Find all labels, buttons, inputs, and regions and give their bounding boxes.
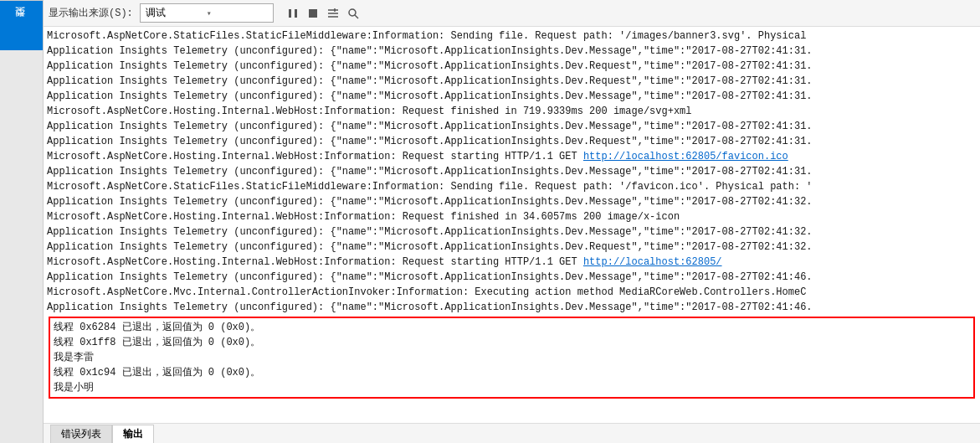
sidebar-item-type[interactable]: 类型 <box>0 0 43 50</box>
tab-output[interactable]: 输出 <box>112 425 154 443</box>
dropdown-arrow: ▾ <box>207 8 268 18</box>
red-box-line: 线程 0x6284 已退出，返回值为 0 (0x0)。 <box>54 320 970 335</box>
sidebar: 类型 <box>0 0 44 443</box>
log-line: Application Insights Telemetry (unconfig… <box>47 300 977 315</box>
svg-rect-1 <box>295 9 297 18</box>
log-line: Application Insights Telemetry (unconfig… <box>47 270 977 285</box>
red-box-section: 线程 0x6284 已退出，返回值为 0 (0x0)。 线程 0x1ff8 已退… <box>49 317 975 399</box>
toolbar-icons <box>284 4 362 23</box>
log-line: Application Insights Telemetry (unconfig… <box>47 74 977 89</box>
align-icon[interactable] <box>324 4 342 23</box>
svg-line-8 <box>355 15 358 18</box>
red-box-line: 我是小明 <box>54 380 970 395</box>
log-line: Application Insights Telemetry (unconfig… <box>47 240 977 255</box>
log-line: Application Insights Telemetry (unconfig… <box>47 134 977 149</box>
log-line: Application Insights Telemetry (unconfig… <box>47 59 977 74</box>
log-line: Microsoft.AspNetCore.Hosting.Internal.We… <box>47 149 977 164</box>
tab-error-list-label: 错误列表 <box>61 429 101 440</box>
log-line: Microsoft.AspNetCore.Mvc.Internal.Contro… <box>47 285 977 300</box>
localhost-link-2[interactable]: http://localhost:62805/ <box>583 256 722 268</box>
toolbar-label: 显示输出来源(S): <box>49 6 133 20</box>
log-line: Microsoft.AspNetCore.Hosting.Internal.We… <box>47 104 977 119</box>
log-line: Application Insights Telemetry (unconfig… <box>47 194 977 209</box>
dropdown-value: 调试 <box>146 6 207 20</box>
log-content[interactable]: Microsoft.AspNetCore.StaticFiles.StaticF… <box>44 27 980 423</box>
log-line: Application Insights Telemetry (unconfig… <box>47 164 977 179</box>
svg-rect-0 <box>289 9 291 18</box>
stop-icon[interactable] <box>304 4 322 23</box>
toolbar: 显示输出来源(S): 调试 ▾ <box>44 0 980 27</box>
red-box-line: 线程 0x1ff8 已退出，返回值为 0 (0x0)。 <box>54 335 970 350</box>
red-box-line: 我是李雷 <box>54 350 970 365</box>
log-line: Microsoft.AspNetCore.Hosting.Internal.We… <box>47 255 977 270</box>
source-dropdown[interactable]: 调试 ▾ <box>140 3 274 23</box>
red-box-line: 线程 0x1c94 已退出，返回值为 0 (0x0)。 <box>54 365 970 380</box>
svg-point-7 <box>349 9 356 16</box>
tab-output-label: 输出 <box>123 429 143 440</box>
main-container: 类型 显示输出来源(S): 调试 ▾ <box>0 0 980 443</box>
svg-rect-2 <box>309 9 317 18</box>
log-line: Application Insights Telemetry (unconfig… <box>47 44 977 59</box>
log-line: Application Insights Telemetry (unconfig… <box>47 119 977 134</box>
log-line: Microsoft.AspNetCore.StaticFiles.StaticF… <box>47 179 977 194</box>
pause-icon[interactable] <box>284 4 302 23</box>
find-icon[interactable] <box>344 4 362 23</box>
tab-error-list[interactable]: 错误列表 <box>50 425 112 443</box>
log-line: Application Insights Telemetry (unconfig… <box>47 89 977 104</box>
physical-text: Physical <box>758 30 807 42</box>
log-line: Application Insights Telemetry (unconfig… <box>47 224 977 240</box>
localhost-link-1[interactable]: http://localhost:62805/favicon.ico <box>583 151 788 162</box>
right-panel: 显示输出来源(S): 调试 ▾ <box>44 0 980 443</box>
log-line: Microsoft.AspNetCore.StaticFiles.StaticF… <box>47 28 977 44</box>
bottom-bar: 错误列表 输出 <box>44 423 980 443</box>
log-line: Microsoft.AspNetCore.Hosting.Internal.We… <box>47 209 977 224</box>
log-area: Microsoft.AspNetCore.StaticFiles.StaticF… <box>44 27 980 423</box>
